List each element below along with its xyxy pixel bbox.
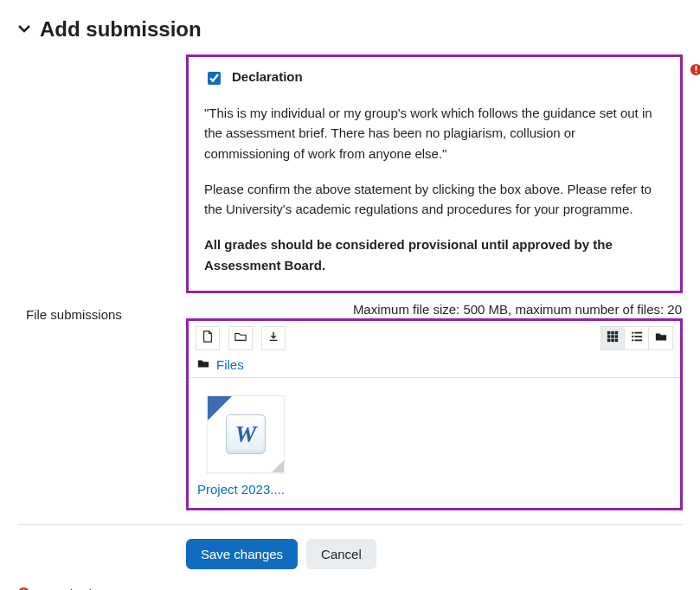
list-icon bbox=[631, 330, 643, 345]
svg-point-16 bbox=[632, 339, 633, 341]
create-folder-button[interactable] bbox=[228, 326, 253, 350]
svg-point-0 bbox=[690, 64, 700, 75]
svg-rect-3 bbox=[607, 331, 611, 335]
required-footer: Required bbox=[17, 587, 683, 590]
file-name: Project 2023.... bbox=[197, 482, 294, 497]
form-actions: Save changes Cancel bbox=[17, 539, 683, 569]
filepicker-toolbar bbox=[189, 321, 680, 356]
declaration-checkbox[interactable] bbox=[208, 72, 221, 85]
declaration-box: Declaration "This is my individual or my… bbox=[186, 55, 683, 293]
svg-rect-11 bbox=[615, 339, 619, 343]
svg-rect-5 bbox=[615, 331, 619, 335]
divider bbox=[17, 524, 683, 525]
view-icons-button[interactable] bbox=[600, 326, 625, 350]
svg-rect-1 bbox=[696, 66, 697, 71]
svg-rect-9 bbox=[607, 339, 611, 343]
svg-rect-7 bbox=[611, 336, 614, 339]
save-button[interactable]: Save changes bbox=[186, 539, 298, 569]
required-label: Required bbox=[39, 587, 92, 590]
page-title: Add submission bbox=[40, 17, 202, 42]
add-file-button[interactable] bbox=[196, 326, 220, 350]
folder-solid-icon bbox=[655, 330, 667, 345]
chevron-down-icon bbox=[17, 22, 31, 38]
declaration-instruction: Please confirm the above statement by cl… bbox=[204, 179, 665, 220]
file-icon bbox=[202, 330, 214, 345]
filepicker-body: W Project 2023.... bbox=[189, 378, 680, 508]
folder-icon bbox=[234, 330, 247, 345]
svg-rect-17 bbox=[634, 340, 642, 342]
word-doc-icon: W bbox=[207, 395, 285, 473]
svg-rect-4 bbox=[611, 331, 614, 335]
file-tile[interactable]: W Project 2023.... bbox=[197, 395, 294, 497]
svg-point-14 bbox=[632, 336, 633, 337]
declaration-statement: "This is my individual or my group's wor… bbox=[204, 103, 665, 164]
download-all-button[interactable] bbox=[261, 326, 286, 350]
file-submissions-label: File submissions bbox=[17, 302, 186, 322]
view-list-button[interactable] bbox=[625, 326, 649, 350]
svg-point-12 bbox=[632, 332, 633, 334]
folder-solid-icon bbox=[197, 357, 209, 372]
empty-label bbox=[17, 55, 186, 60]
required-icon bbox=[17, 587, 30, 590]
required-icon bbox=[690, 63, 700, 79]
download-icon bbox=[267, 330, 279, 345]
breadcrumb-root-link[interactable]: Files bbox=[216, 357, 244, 372]
declaration-text: "This is my individual or my group's wor… bbox=[204, 103, 665, 275]
svg-rect-8 bbox=[615, 336, 619, 339]
svg-rect-2 bbox=[696, 72, 697, 74]
declaration-provisional: All grades should be considered provisio… bbox=[204, 234, 665, 275]
file-submissions-box: Files W Project 2023.... bbox=[186, 318, 683, 510]
filepicker-breadcrumb: Files bbox=[189, 356, 680, 378]
svg-rect-6 bbox=[607, 336, 611, 339]
svg-rect-15 bbox=[634, 336, 642, 337]
svg-rect-10 bbox=[611, 339, 614, 343]
grid-icon bbox=[607, 330, 619, 345]
cancel-button[interactable]: Cancel bbox=[306, 539, 376, 569]
file-limits-text: Maximum file size: 500 MB, maximum numbe… bbox=[186, 302, 683, 317]
view-tree-button[interactable] bbox=[649, 326, 673, 350]
declaration-label: Declaration bbox=[232, 69, 303, 84]
section-toggle[interactable]: Add submission bbox=[17, 17, 683, 42]
svg-rect-13 bbox=[634, 332, 642, 334]
